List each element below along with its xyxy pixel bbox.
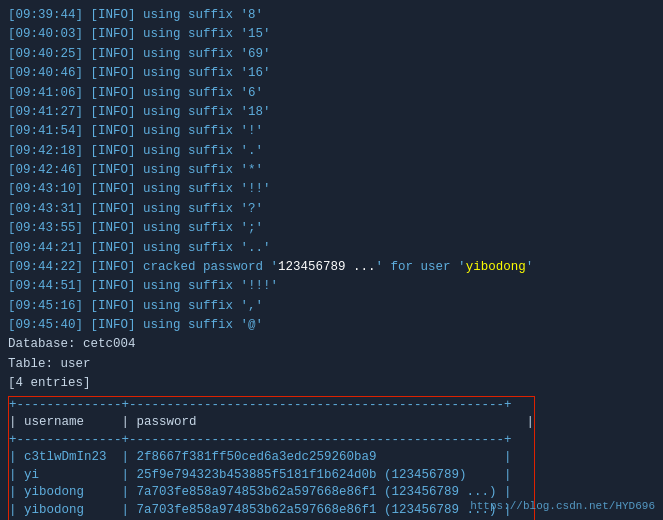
log-line-2: [09:40:03] [INFO] using suffix '15' (8, 25, 655, 44)
log-line-13: [09:44:21] [INFO] using suffix '..' (8, 239, 655, 258)
table-row-2: | yi | 25f9e794323b453885f5181f1b624d0b … (9, 467, 534, 485)
log-line-10: [09:43:10] [INFO] using suffix '!!' (8, 180, 655, 199)
table-row-3: | yibodong | 7a703fe858a974853b62a597668… (9, 484, 534, 502)
log-line-3: [09:40:25] [INFO] using suffix '69' (8, 45, 655, 64)
log-line-15: [09:45:16] [INFO] using suffix ',' (8, 297, 655, 316)
table-row-4: | yibodong | 7a703fe858a974853b62a597668… (9, 502, 534, 520)
db-info-database: Database: cetc004 (8, 335, 655, 354)
log-line-6: [09:41:27] [INFO] using suffix '18' (8, 103, 655, 122)
col-password-header: password (137, 415, 197, 429)
log-line-14: [09:44:51] [INFO] using suffix '!!!' (8, 277, 655, 296)
log-line-11: [09:43:31] [INFO] using suffix '?' (8, 200, 655, 219)
log-line-5: [09:41:06] [INFO] using suffix '6' (8, 84, 655, 103)
db-info-table: Table: user (8, 355, 655, 374)
log-line-16: [09:45:40] [INFO] using suffix '@' (8, 316, 655, 335)
table-header-row: | username | password | (9, 414, 534, 432)
watermark: https://blog.csdn.net/HYD696 (470, 500, 655, 512)
log-line-cracked: [09:44:22] [INFO] cracked password '1234… (8, 258, 655, 277)
table-row-1: | c3tlwDmIn23 | 2f8667f381ff50ced6a3edc2… (9, 449, 534, 467)
log-line-7: [09:41:54] [INFO] using suffix '!' (8, 122, 655, 141)
terminal-container: [09:39:44] [INFO] using suffix '8' [09:4… (0, 0, 663, 520)
table-mid-border: +--------------+------------------------… (9, 432, 534, 450)
log-line-8: [09:42:18] [INFO] using suffix '.' (8, 142, 655, 161)
log-line-12: [09:43:55] [INFO] using suffix ';' (8, 219, 655, 238)
log-line-9: [09:42:46] [INFO] using suffix '*' (8, 161, 655, 180)
col-username-header: username (24, 415, 84, 429)
db-info-entries: [4 entries] (8, 374, 655, 393)
table-top-border: +--------------+------------------------… (9, 397, 534, 415)
log-line-4: [09:40:46] [INFO] using suffix '16' (8, 64, 655, 83)
log-line-1: [09:39:44] [INFO] using suffix '8' (8, 6, 655, 25)
sql-result-table: +--------------+------------------------… (8, 396, 535, 521)
